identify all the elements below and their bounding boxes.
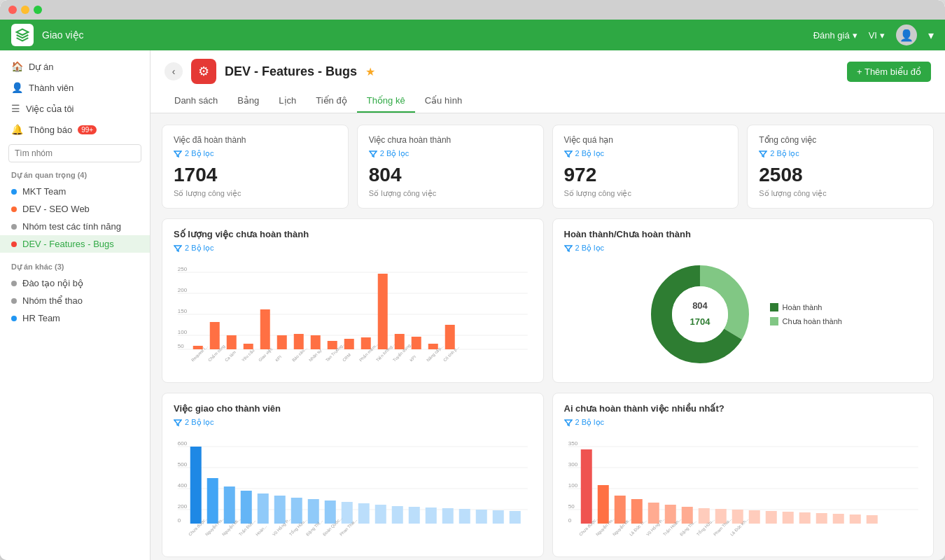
lang-chevron-icon: ▾ <box>880 30 885 41</box>
sidebar-project-dao-tao[interactable]: Đào tạo nội bộ <box>0 274 150 292</box>
svg-rect-12 <box>227 335 237 349</box>
navbar-right: Đánh giá ▾ VI ▾ 👤 ▾ <box>813 24 934 46</box>
stat-filter-2[interactable]: 2 Bộ lọc <box>564 149 727 158</box>
stat-filter-3[interactable]: 2 Bộ lọc <box>759 149 922 158</box>
home-icon: 🏠 <box>11 61 23 72</box>
bar-chart-1: 250 200 150 100 50 <box>174 258 532 372</box>
list-icon: ☰ <box>11 103 20 114</box>
back-button[interactable]: ‹ <box>164 62 183 80</box>
legend-dot-incomplete <box>770 317 778 326</box>
stat-number-1: 804 <box>369 164 532 186</box>
svg-rect-16 <box>294 334 304 349</box>
donut-chart-svg: 804 1704 <box>644 258 756 370</box>
svg-rect-60 <box>258 493 269 524</box>
chart1-filter[interactable]: 2 Bộ lọc <box>174 244 532 253</box>
bar-chart-3-svg: 600 500 400 200 0 <box>174 433 532 545</box>
stat-card-incomplete: Việc chưa hoàn thành 2 Bộ lọc 804 Số lượ… <box>357 125 544 209</box>
sidebar-item-thanh-vien[interactable]: 👤 Thành viên <box>0 77 150 98</box>
stat-number-0: 1704 <box>174 164 337 186</box>
svg-text:300: 300 <box>568 461 578 468</box>
svg-rect-74 <box>493 510 504 524</box>
svg-rect-106 <box>765 511 776 524</box>
svg-rect-71 <box>442 508 454 524</box>
legend-incomplete: Chưa hoàn thành <box>770 317 842 326</box>
user-menu-icon[interactable]: ▾ <box>928 29 934 42</box>
add-widget-button[interactable]: + Thêm biểu đồ <box>847 62 931 82</box>
chart4-filter[interactable]: 2 Bộ lọc <box>564 418 923 427</box>
svg-rect-56 <box>190 447 202 524</box>
stat-label-0: Số lượng công việc <box>174 189 337 198</box>
svg-rect-20 <box>361 337 371 349</box>
notification-badge: 99+ <box>78 125 97 134</box>
sidebar-project-dev-seo[interactable]: DEV - SEO Web <box>0 200 150 218</box>
sidebar-project-nhom-test[interactable]: Nhóm test các tính năng <box>0 218 150 235</box>
svg-text:600: 600 <box>178 440 188 447</box>
sidebar-project-mkt[interactable]: MKT Team <box>0 183 150 200</box>
tab-lich[interactable]: Lịch <box>269 90 306 113</box>
sidebar-project-hr-team[interactable]: HR Team <box>0 309 150 327</box>
star-icon[interactable]: ★ <box>365 65 375 78</box>
svg-rect-73 <box>476 510 487 524</box>
svg-text:1704: 1704 <box>690 316 710 327</box>
lang-button[interactable]: VI ▾ <box>869 30 885 41</box>
tab-tien-do[interactable]: Tiến độ <box>306 90 356 113</box>
svg-rect-111 <box>849 514 860 524</box>
bar-chart-3: 600 500 400 200 0 <box>174 433 532 547</box>
sidebar-search-container <box>0 140 150 167</box>
chart-title-4: Ai chưa hoàn thành việc nhiều nhất? <box>564 403 923 414</box>
svg-rect-98 <box>631 499 642 524</box>
svg-rect-68 <box>392 506 403 524</box>
stat-cards-row: Việc đã hoàn thành 2 Bộ lọc 1704 Số lượn… <box>162 125 934 209</box>
svg-rect-59 <box>241 491 252 524</box>
dashboard: Việc đã hoàn thành 2 Bộ lọc 1704 Số lượn… <box>150 113 945 560</box>
close-dot[interactable] <box>8 6 17 14</box>
sidebar-project-nhom-the-thao[interactable]: Nhóm thể thao <box>0 292 150 309</box>
svg-text:200: 200 <box>178 503 188 510</box>
svg-text:500: 500 <box>178 461 188 468</box>
stat-title-2: Việc quá hạn <box>564 135 727 145</box>
tab-thong-ke[interactable]: Thống kê <box>357 90 415 113</box>
titlebar <box>0 0 945 20</box>
chart-title-1: Số lượng việc chưa hoàn thành <box>174 229 532 239</box>
chart-most-incomplete: Ai chưa hoàn thành việc nhiều nhất? 2 Bộ… <box>552 393 934 557</box>
sidebar-item-du-an[interactable]: 🏠 Dự án <box>0 56 150 77</box>
svg-rect-22 <box>395 334 405 349</box>
chart3-filter[interactable]: 2 Bộ lọc <box>174 418 532 427</box>
review-button[interactable]: Đánh giá ▾ <box>813 30 858 41</box>
project-tabs: Danh sách Bảng Lịch Tiến độ Thống kê Cấu… <box>164 90 931 113</box>
filter-icon-1 <box>369 150 377 158</box>
svg-text:200: 200 <box>178 287 188 293</box>
chart2-filter[interactable]: 2 Bộ lọc <box>564 244 923 253</box>
sidebar-item-thong-bao[interactable]: 🔔 Thông báo 99+ <box>0 119 150 140</box>
stat-filter-1[interactable]: 2 Bộ lọc <box>369 149 532 158</box>
stat-number-2: 972 <box>564 164 727 186</box>
svg-text:KPI: KPI <box>409 354 416 362</box>
tab-bang[interactable]: Bảng <box>227 90 269 113</box>
chart-member-assignment: Việc giao cho thành viên 2 Bộ lọc <box>162 393 544 557</box>
svg-rect-17 <box>311 335 321 349</box>
svg-rect-19 <box>344 339 354 349</box>
sidebar-project-dev-features[interactable]: DEV - Features - Bugs <box>0 235 150 253</box>
project-dot-nhom-the-thao <box>11 298 17 304</box>
search-input[interactable] <box>8 144 141 162</box>
app-logo <box>11 24 34 46</box>
svg-text:0: 0 <box>568 517 571 524</box>
chart-row-2: Việc giao cho thành viên 2 Bộ lọc <box>162 393 934 557</box>
svg-rect-66 <box>358 503 370 524</box>
maximize-dot[interactable] <box>34 6 42 14</box>
svg-rect-67 <box>375 505 386 524</box>
filter-icon-3 <box>759 150 767 158</box>
svg-rect-61 <box>274 496 286 524</box>
minimize-dot[interactable] <box>21 6 29 14</box>
svg-rect-95 <box>580 449 592 524</box>
svg-text:Nhân sự: Nhân sự <box>308 347 323 363</box>
svg-rect-11 <box>210 322 220 349</box>
svg-rect-97 <box>614 496 625 524</box>
tab-danh-sach[interactable]: Danh sách <box>164 90 227 113</box>
tab-cau-hinh[interactable]: Cấu hình <box>415 90 472 113</box>
stat-filter-0[interactable]: 2 Bộ lọc <box>174 149 337 158</box>
sidebar-item-viec-cua-toi[interactable]: ☰ Việc của tôi <box>0 98 150 119</box>
svg-rect-109 <box>816 513 827 524</box>
avatar[interactable]: 👤 <box>896 24 917 46</box>
svg-rect-110 <box>832 514 844 524</box>
